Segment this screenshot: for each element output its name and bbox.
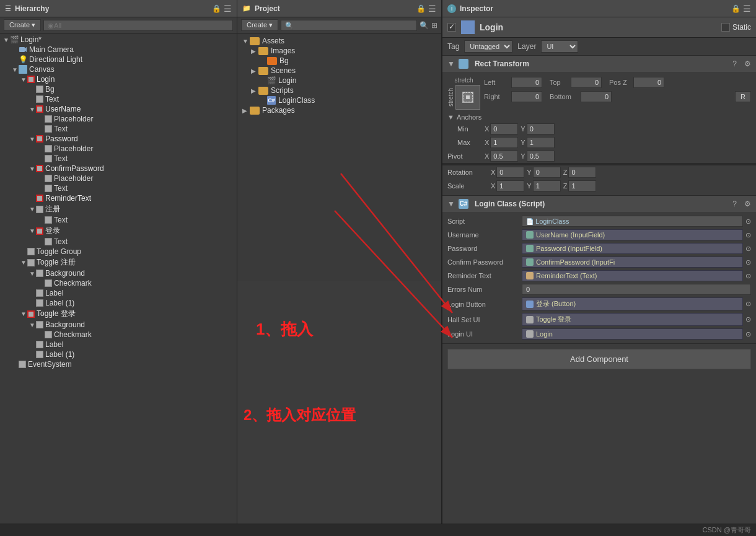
login-ui-ref[interactable]: Login: [522, 328, 743, 340]
project-menu-icon[interactable]: ☰: [428, 4, 436, 14]
hierarchy-item-tl-label[interactable]: Label: [0, 340, 237, 349]
pivot-x-input[interactable]: [490, 151, 518, 162]
hierarchy-item-confirmpassword[interactable]: ▼ConfirmPassword: [0, 164, 237, 174]
scale-x-input[interactable]: [496, 180, 524, 191]
hierarchy-item-login-btn-text[interactable]: Text: [0, 237, 237, 247]
anchors-min-x-input[interactable]: [490, 123, 518, 134]
reminder-text-ref[interactable]: ReminderText (Text): [522, 270, 743, 281]
object-name[interactable]: Login: [480, 22, 716, 32]
login-class-header[interactable]: ▼ C# Login Class (Script) ? ⚙: [442, 196, 756, 212]
hierarchy-item-pw-text[interactable]: Text: [0, 154, 237, 164]
hierarchy-item-un-placeholder[interactable]: Placeholder: [0, 114, 237, 124]
hierarchy-item-tr-label1[interactable]: Label (1): [0, 298, 237, 308]
hierarchy-item-toggle-login[interactable]: ▼Toggle 登录: [0, 308, 237, 320]
anchors-max-y-input[interactable]: [527, 137, 555, 148]
hierarchy-item-reg-group[interactable]: ▼注册: [0, 203, 237, 215]
password-dot-menu[interactable]: ⊙: [745, 245, 751, 253]
project-create-button[interactable]: Create ▾: [241, 19, 278, 31]
hierarchy-item-dir-light[interactable]: 💡Directional Light: [0, 55, 237, 64]
hierarchy-item-login-btn[interactable]: ▼登录: [0, 225, 237, 237]
hierarchy-item-password[interactable]: ▼Password: [0, 134, 237, 144]
project-lock-icon[interactable]: 🔒: [416, 4, 426, 13]
rt-left-input[interactable]: [511, 77, 542, 88]
hierarchy-item-text[interactable]: Text: [0, 94, 237, 104]
rt-top-input[interactable]: [571, 77, 602, 88]
login-ui-dot-menu[interactable]: ⊙: [745, 330, 751, 338]
rt-bottom-input[interactable]: [581, 91, 612, 102]
rotation-x-input[interactable]: [496, 167, 524, 178]
hierarchy-item-pw-placeholder[interactable]: Placeholder: [0, 144, 237, 154]
scale-z-input[interactable]: [568, 180, 596, 191]
rt-center-box[interactable]: [455, 85, 480, 110]
reminder-text-dot-menu[interactable]: ⊙: [745, 272, 751, 280]
pivot-y-input[interactable]: [527, 151, 555, 162]
hierarchy-search-input[interactable]: [43, 20, 233, 31]
confirm-password-ref[interactable]: ConfirmPassword (InputFi: [522, 257, 743, 268]
rt-settings-icon[interactable]: ⚙: [744, 59, 751, 68]
login-button-dot-menu[interactable]: ⊙: [745, 300, 751, 308]
hall-set-ui-ref[interactable]: Toggle 登录: [522, 313, 743, 326]
tag-dropdown[interactable]: Untagged: [464, 40, 512, 53]
errors-num-input[interactable]: [522, 284, 751, 295]
hierarchy-item-toggle-reg[interactable]: ▼Toggle 注册: [0, 257, 237, 268]
hierarchy-item-login-scene[interactable]: ▼🎬Login*: [0, 35, 237, 45]
project-item-images[interactable]: ▶Images: [237, 46, 441, 56]
hierarchy-item-eventsystem[interactable]: EventSystem: [0, 359, 237, 369]
confirm-password-dot-menu[interactable]: ⊙: [745, 258, 751, 266]
hierarchy-item-login[interactable]: ▼Login: [0, 74, 237, 84]
static-checkbox[interactable]: [721, 23, 730, 32]
hierarchy-item-cp-placeholder[interactable]: Placeholder: [0, 174, 237, 183]
anchors-min-y-input[interactable]: [527, 123, 555, 134]
hierarchy-item-tr-background[interactable]: ▼Background: [0, 268, 237, 278]
lock-icon[interactable]: 🔒: [212, 4, 221, 13]
object-enabled-checkbox[interactable]: [447, 23, 456, 32]
password-ref[interactable]: Password (InputField): [522, 243, 743, 254]
project-item-scripts[interactable]: ▶Scripts: [237, 86, 441, 95]
hierarchy-create-button[interactable]: Create ▾: [4, 19, 41, 31]
lc-settings-icon[interactable]: ⚙: [744, 200, 751, 208]
username-dot-menu[interactable]: ⊙: [745, 231, 751, 239]
hierarchy-item-tl-background[interactable]: ▼Background: [0, 320, 237, 330]
hierarchy-item-reg-text[interactable]: Text: [0, 215, 237, 225]
rt-right-input[interactable]: [511, 91, 542, 102]
hierarchy-item-un-text[interactable]: Text: [0, 124, 237, 134]
username-ref[interactable]: UserName (InputField): [522, 229, 743, 240]
project-search-input[interactable]: [281, 20, 417, 31]
hierarchy-item-tl-checkmark[interactable]: Checkmark: [0, 330, 237, 340]
rotation-z-input[interactable]: [568, 167, 596, 178]
hierarchy-item-main-camera[interactable]: Main Camera: [0, 45, 237, 55]
anchors-max-x-input[interactable]: [490, 137, 518, 148]
hierarchy-menu-icon[interactable]: ☰: [224, 4, 232, 14]
hierarchy-item-tr-checkmark[interactable]: Checkmark: [0, 278, 237, 288]
rt-posz-input[interactable]: [633, 77, 664, 88]
hierarchy-item-toggle-group[interactable]: Toggle Group: [0, 247, 237, 257]
hall-set-ui-dot-menu[interactable]: ⊙: [745, 315, 751, 323]
rect-transform-header[interactable]: ▼ Rect Transform ? ⚙: [442, 56, 756, 72]
login-button-ref[interactable]: 登录 (Button): [522, 297, 743, 310]
project-icon1[interactable]: 🔍: [420, 21, 429, 30]
project-item-assets[interactable]: ▼Assets: [237, 36, 441, 46]
rt-help-icon[interactable]: ?: [732, 59, 737, 68]
project-item-loginclass[interactable]: C#LoginClass: [237, 95, 441, 105]
script-dot-menu[interactable]: ⊙: [745, 217, 751, 226]
project-item-bg-img[interactable]: Bg: [237, 56, 441, 66]
inspector-menu-icon[interactable]: ☰: [743, 4, 751, 14]
script-ref[interactable]: 📄 LoginClass: [522, 216, 743, 227]
inspector-lock-icon[interactable]: 🔒: [731, 4, 741, 13]
rotation-y-input[interactable]: [533, 167, 561, 178]
rt-r-button[interactable]: R: [735, 91, 751, 102]
project-item-scenes[interactable]: ▶Scenes: [237, 66, 441, 76]
project-item-packages[interactable]: ▶Packages: [237, 105, 441, 115]
project-item-login-scene[interactable]: 🎬Login: [237, 76, 441, 86]
project-icon2[interactable]: ⊞: [431, 21, 437, 30]
hierarchy-item-tl-label1[interactable]: Label (1): [0, 349, 237, 359]
layer-dropdown[interactable]: UI: [541, 40, 578, 53]
add-component-button[interactable]: Add Component: [447, 349, 751, 369]
scale-y-input[interactable]: [533, 180, 561, 191]
hierarchy-item-canvas[interactable]: ▼Canvas: [0, 64, 237, 74]
hierarchy-item-username[interactable]: ▼UserName: [0, 104, 237, 114]
hierarchy-item-cp-text[interactable]: Text: [0, 183, 237, 193]
hierarchy-item-remindertext[interactable]: ReminderText: [0, 193, 237, 203]
hierarchy-item-bg[interactable]: Bg: [0, 84, 237, 94]
anchors-arrow[interactable]: ▼: [447, 113, 454, 121]
